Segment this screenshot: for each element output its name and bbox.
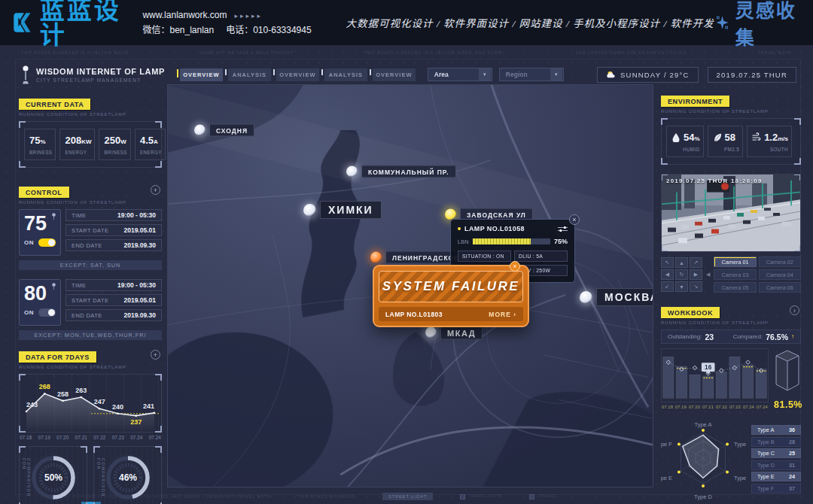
camera-button-5[interactable]: Camera 05 (714, 282, 756, 293)
add-button[interactable]: + (151, 350, 160, 360)
tab-analysis-4[interactable]: ANALYSIS (324, 68, 367, 81)
svg-text:240: 240 (112, 403, 123, 411)
brightness-slider[interactable] (473, 238, 550, 244)
workbook-x-5: 07.22 (716, 405, 727, 409)
sliders-icon[interactable] (558, 226, 568, 232)
panel-title-badge: ENVIRONMENT (661, 96, 729, 107)
workbook-x-7: 07.24 (743, 405, 754, 409)
power-toggle[interactable] (38, 308, 56, 317)
tab-overview-5[interactable]: OVERVIEW (373, 68, 416, 81)
lamp-pin-icon (425, 327, 437, 339)
expand-button[interactable]: › (790, 305, 799, 315)
lamp-detail-cell-2: DLIU : 5A (514, 250, 568, 262)
camera-controls: ↖▲↗◀↻▶↙▼↘ ◀ Camera 01Camera 02Camera 03C… (661, 257, 801, 293)
travel-both-checkbox[interactable]: TRAVEL BOTH (460, 493, 502, 499)
panel-title-badge: CURRENT DATA (19, 99, 90, 110)
add-button[interactable]: + (151, 185, 160, 195)
camera-pan-1[interactable]: ↖ (661, 257, 674, 268)
camera-button-6[interactable]: Camera 06 (759, 282, 801, 293)
inspiration-collect: 灵感收集 (714, 0, 801, 50)
svg-text:46%: 46% (118, 472, 136, 483)
camera-view: 2019.07.25 THUR 18:26:09 (661, 174, 801, 252)
camera-pan-6[interactable]: ▶ (690, 269, 702, 280)
map[interactable]: СХОДНЯКОММУНАЛЬНЫЙ ПР.ХИМКИЗАВОДСКАЯ УЛЛ… (167, 84, 653, 487)
schedule-field-time[interactable]: TIME19:00 - 05:30 (65, 209, 162, 221)
status-dot (458, 227, 461, 230)
camera-button-1[interactable]: Camera 01 (714, 257, 756, 267)
system-failure-popup: × SYSTEM FAILURE LAMP NO.L01803 MORE › (373, 265, 529, 327)
workbook-x-3: 07.20 (689, 405, 700, 409)
camera-button-4[interactable]: Camera 04 (759, 269, 801, 280)
map-pin-6[interactable]: МОСКВА (580, 288, 653, 306)
camera-pan-2[interactable]: ▲ (675, 257, 688, 268)
close-icon[interactable]: × (510, 261, 520, 272)
schedule-field-start-date[interactable]: START DATE2019.05.01 (65, 294, 162, 306)
camera-button-3[interactable]: Camera 03 (714, 269, 756, 280)
lbn-value: 75% (554, 238, 568, 245)
deco-top-5: TRAVEL BOTH (758, 50, 792, 55)
promo-banner: 蓝蓝设计 www.lanlanwork.com▸▸▸▸▸ 微信：ben_lanl… (0, 0, 813, 45)
weather-text: SUNNDAY / 29°C (620, 71, 690, 79)
power-toggle[interactable] (38, 238, 56, 247)
camera-feed-image (662, 175, 800, 251)
svg-text:Type D: Type D (694, 493, 712, 500)
tab-overview-1[interactable]: OVERVIEW (180, 68, 223, 81)
comparison-gauge-1: COMPARISON FOR50% (19, 446, 87, 504)
lamp-pin-icon (346, 166, 358, 178)
area-select[interactable]: Area ▾ (428, 68, 492, 81)
camera-pan-9[interactable]: ↘ (690, 281, 702, 292)
failure-message: SYSTEM FAILURE (382, 279, 519, 294)
camera-button-2[interactable]: Camera 02 (759, 257, 801, 267)
website-link[interactable]: www.lanlanwork.com (142, 10, 227, 20)
schedule-field-time[interactable]: TIME19:00 - 05:30 (65, 279, 162, 291)
schedule-field-end-date[interactable]: END DATE2019.09.30 (65, 239, 162, 251)
control-group-2: 80ONTIME19:00 - 05:30START DATE2019.05.0… (19, 279, 162, 326)
travel-checkbox[interactable]: TRAVEL (529, 493, 556, 499)
leaf-icon (713, 132, 722, 142)
lamp-pin-icon (580, 291, 592, 304)
camera-buttons: Camera 01Camera 02Camera 03Camera 04Came… (714, 257, 801, 293)
brand: WISDOM INTERNET OF LAMP CITY STREETLAMP … (21, 65, 165, 85)
camera-pan-8[interactable]: ▼ (675, 281, 688, 292)
radar-type-row-6[interactable]: Type F37 (751, 484, 801, 493)
map-pin-7[interactable]: МКАД (425, 326, 483, 340)
map-pin-3[interactable]: ХИМКИ (303, 201, 382, 219)
more-button[interactable]: MORE › (489, 311, 516, 318)
map-pin-1[interactable]: СХОДНЯ (194, 124, 254, 137)
region-select[interactable]: Region ▾ (499, 68, 564, 81)
wind-icon (752, 132, 761, 142)
poem-fragment: TWO ROADS DIVERGED (298, 494, 355, 499)
cube-decoration (775, 348, 800, 393)
tab-overview-3[interactable]: OVERVIEW (276, 68, 319, 81)
week-data-panel: DATA FOR 7DAYS RUNNING CONDITION OF STRE… (19, 349, 162, 440)
radar-type-row-5[interactable]: Type E24 (751, 472, 801, 481)
camera-pan-3[interactable]: ↗ (690, 257, 702, 268)
schedule-field-start-date[interactable]: START DATE2019.05.01 (65, 224, 162, 236)
close-icon[interactable]: × (569, 214, 580, 225)
workbook-x-6: 07.23 (729, 405, 741, 409)
metric-tile-energy: 208KWENERGY (59, 129, 95, 160)
radar-type-row-2[interactable]: Type B28 (751, 437, 801, 447)
metric-tile-briness: 250WBRINESS (99, 129, 130, 160)
radar-legend: Type A36Type B28Type C25Type D31Type E24… (751, 425, 801, 500)
map-pin-2[interactable]: КОММУНАЛЬНЫЙ ПР. (346, 165, 456, 178)
radar-type-row-1[interactable]: Type A36 (751, 425, 801, 435)
metric-tile-energy: 4.5AENERGY (135, 129, 166, 160)
week-x-4: 07.21 (75, 435, 87, 440)
camera-pan-7[interactable]: ↙ (661, 281, 674, 292)
brightness-row: LBN 75% (458, 238, 568, 245)
filters: Area ▾ Region ▾ (428, 68, 564, 81)
radar-type-row-3[interactable]: Type C25 (751, 448, 801, 458)
panel-title-badge: WORKBOOK (661, 307, 720, 318)
camera-pan-4[interactable]: ◀ (661, 269, 674, 280)
camera-pan-5[interactable]: ↻ (675, 269, 688, 280)
schedule-field-end-date[interactable]: END DATE2019.09.30 (65, 309, 162, 321)
svg-text:243: 243 (26, 401, 38, 408)
except-days: EXCEPT: MON,TUE,WED,THUR,FRI (19, 330, 162, 340)
tab-analysis-2[interactable]: ANALYSIS (228, 68, 271, 81)
lbn-fill (473, 238, 531, 244)
svg-text:237: 237 (130, 418, 142, 426)
svg-text:Type C: Type C (734, 475, 747, 481)
radar-type-row-4[interactable]: Type D31 (751, 460, 801, 470)
prev-icon[interactable]: ◀ (706, 272, 710, 278)
